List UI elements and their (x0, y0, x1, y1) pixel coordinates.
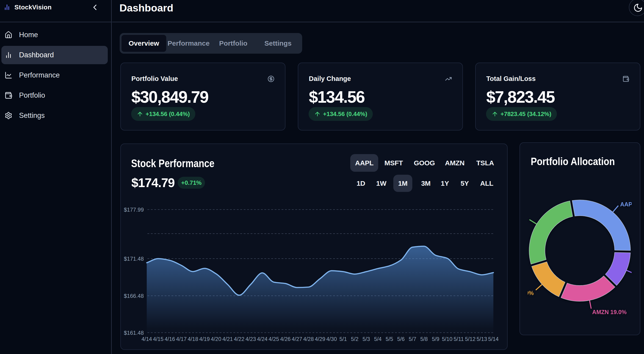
wallet-icon (622, 76, 629, 82)
ticker-button-msft[interactable]: MSFT (380, 154, 408, 172)
stat-card-change: +134.56 (0.44%) (323, 110, 367, 118)
y-axis-label: $177.99 (124, 206, 144, 213)
x-axis-label: 4/26 (280, 336, 291, 342)
range-button-3m[interactable]: 3M (416, 175, 435, 192)
line-chart-icon (4, 71, 12, 79)
theme-toggle-button[interactable] (629, 0, 644, 16)
x-axis-label: 5/4 (374, 336, 382, 342)
x-axis-label: 4/16 (164, 336, 175, 342)
x-axis-label: 4/29 (315, 336, 325, 342)
stat-card-change-badge: +134.56 (0.44%) (131, 107, 195, 121)
range-button-1m[interactable]: 1M (393, 175, 412, 192)
x-axis-label: 5/8 (420, 336, 428, 342)
tab-performance[interactable]: Performance (166, 35, 211, 52)
y-axis-label: $171.48 (124, 256, 144, 262)
arrow-up-icon (137, 111, 143, 118)
sidebar-item-label: Settings (19, 106, 45, 125)
sidebar-item-home[interactable]: Home (2, 26, 108, 44)
x-axis-label: 5/6 (397, 336, 405, 342)
wallet-icon (4, 92, 12, 99)
donut-label-line (529, 220, 536, 224)
range-button-all[interactable]: ALL (475, 175, 498, 192)
stat-card-change-badge: +134.56 (0.44%) (308, 107, 373, 121)
x-axis-label: 5/2 (351, 336, 358, 342)
gear-icon (4, 112, 12, 120)
allocation-donut-chart: AAPL 28.1%MSFT 12.1%AMZN 19.0%GOOG 13.9%… (528, 173, 632, 328)
ticker-button-goog[interactable]: GOOG (409, 154, 440, 172)
range-button-1w[interactable]: 1W (372, 175, 391, 192)
stat-card-value: $30,849.79 (131, 89, 208, 105)
area-fill (147, 246, 493, 333)
x-axis-label: 5/14 (488, 336, 499, 342)
stat-card-title: Daily Change (309, 75, 351, 82)
stat-card-title: Portfolio Value (131, 75, 178, 82)
sidebar-item-performance[interactable]: Performance (2, 66, 108, 84)
donut-slice-aapl[interactable] (572, 200, 630, 250)
sidebar-item-label: Dashboard (19, 46, 54, 64)
x-axis-label: 5/9 (432, 336, 440, 342)
tab-bar: OverviewPerformancePortfolioSettings (120, 33, 302, 54)
arrow-up-icon (492, 111, 498, 118)
x-axis-label: 4/19 (199, 336, 210, 342)
sidebar-header: StockVision (0, 0, 111, 22)
house-icon (4, 31, 12, 39)
ticker-button-amzn[interactable]: AMZN (440, 154, 469, 172)
sidebar-item-label: Portfolio (19, 86, 45, 104)
y-axis-label: $161.48 (124, 330, 144, 336)
range-button-1d[interactable]: 1D (352, 175, 370, 192)
stat-card-value: $134.56 (309, 89, 364, 105)
sidebar-item-settings[interactable]: Settings (2, 106, 108, 125)
donut-label-aapl: AAPL 28.1% (620, 201, 632, 208)
sidebar-item-label: Performance (19, 66, 60, 84)
main-header: Dashboard (112, 0, 644, 22)
stat-card-total-gain-loss: Total Gain/Loss$7,823.45+7823.45 (34.12%… (475, 62, 640, 130)
donut-slice-amzn[interactable] (561, 276, 615, 301)
tab-portfolio[interactable]: Portfolio (211, 35, 256, 52)
x-axis-label: 4/22 (234, 336, 244, 342)
stat-card-change: +134.56 (0.44%) (146, 110, 190, 118)
line-chart-icon (4, 71, 12, 79)
donut-slice-tsla[interactable] (529, 201, 573, 264)
x-axis-label: 5/5 (386, 336, 393, 342)
circle-dollar-icon (268, 76, 274, 82)
collapse-sidebar-icon[interactable] (90, 3, 100, 12)
house-icon (4, 31, 12, 39)
stat-card-portfolio-value: Portfolio Value$30,849.79+134.56 (0.44%) (120, 62, 286, 130)
range-button-1y[interactable]: 1Y (436, 175, 454, 192)
bar-chart-icon (4, 51, 12, 59)
app-title: StockVision (14, 4, 52, 11)
stat-card-daily-change: Daily Change$134.56+134.56 (0.44%) (298, 62, 463, 130)
x-axis-label: 5/12 (465, 336, 476, 342)
sidebar-item-dashboard[interactable]: Dashboard (2, 46, 108, 64)
range-button-5y[interactable]: 5Y (456, 175, 474, 192)
donut-slice-goog[interactable] (532, 262, 565, 297)
stock-performance-title: Stock Performance (131, 157, 214, 170)
x-axis-label: 4/25 (269, 336, 279, 342)
x-axis-label: 5/1 (339, 336, 347, 342)
stat-card-title: Total Gain/Loss (486, 75, 536, 82)
wallet-icon (4, 92, 12, 99)
x-axis-label: 4/30 (326, 336, 337, 342)
x-axis-label: 4/21 (222, 336, 233, 342)
tab-overview[interactable]: Overview (122, 35, 166, 52)
stock-price: $174.79 (131, 176, 174, 190)
x-axis-label: 4/27 (292, 336, 302, 342)
donut-slice-msft[interactable] (605, 252, 630, 286)
ticker-button-aapl[interactable]: AAPL (350, 154, 378, 172)
x-axis-label: 4/18 (188, 336, 198, 342)
x-axis-label: 4/14 (142, 336, 152, 342)
bar-chart-logo-icon (4, 4, 10, 11)
x-axis-label: 5/10 (442, 336, 452, 342)
sidebar-item-portfolio[interactable]: Portfolio (2, 86, 108, 104)
x-axis-label: 5/11 (454, 336, 464, 342)
donut-label-goog: GOOG 13.9% (528, 290, 534, 296)
tab-settings[interactable]: Settings (256, 35, 300, 52)
price-row: $174.79 +0.71% (131, 176, 205, 190)
donut-label-amzn: AMZN 19.0% (592, 309, 626, 315)
bar-chart-icon (4, 51, 12, 59)
wallet-icon (622, 76, 629, 82)
ticker-button-tsla[interactable]: TSLA (471, 154, 499, 172)
sidebar-item-label: Home (19, 26, 38, 44)
trending-up-icon (445, 76, 452, 82)
donut-label-line (590, 300, 591, 308)
